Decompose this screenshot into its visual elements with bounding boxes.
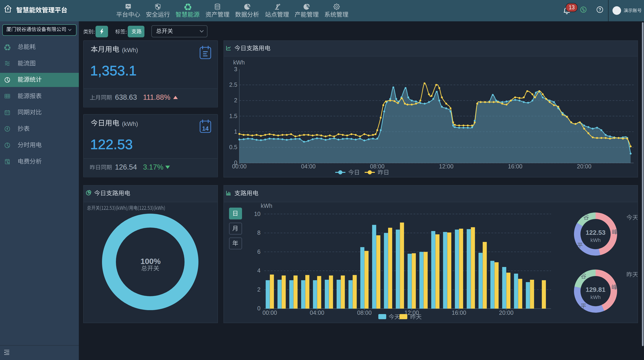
svg-text:6: 6 [257,248,260,255]
svg-text:2: 2 [257,286,260,293]
svg-text:122.53: 122.53 [586,229,606,236]
svg-text:20:00: 20:00 [499,309,514,316]
svg-text:08:00: 08:00 [357,309,372,316]
svg-text:8: 8 [257,229,260,236]
svg-text:14: 14 [202,125,209,132]
svg-text:kWh: kWh [233,59,245,66]
svg-text:kWh: kWh [260,202,272,209]
svg-text:04:00: 04:00 [310,309,324,316]
svg-text:1: 1 [234,128,237,135]
svg-text:12:00: 12:00 [439,163,454,169]
svg-text:3: 3 [234,66,237,72]
svg-text:16:00: 16:00 [452,309,466,316]
svg-text:08:00: 08:00 [370,163,384,169]
svg-text:04:00: 04:00 [301,163,316,169]
svg-text:20:00: 20:00 [577,163,592,169]
svg-text:4: 4 [257,267,260,274]
svg-text:kWh: kWh [590,237,601,243]
svg-text:1.5: 1.5 [229,113,237,119]
svg-text:10: 10 [254,211,260,217]
svg-text:16:00: 16:00 [508,163,522,169]
svg-text:2.5: 2.5 [229,81,237,88]
svg-text:0: 0 [257,305,260,311]
svg-text:2: 2 [234,97,237,104]
svg-text:kWh: kWh [590,294,601,300]
svg-text:00:00: 00:00 [232,163,247,169]
svg-text:129.81: 129.81 [586,286,606,293]
svg-text:00:00: 00:00 [262,309,277,316]
svg-text:0.5: 0.5 [229,144,237,150]
